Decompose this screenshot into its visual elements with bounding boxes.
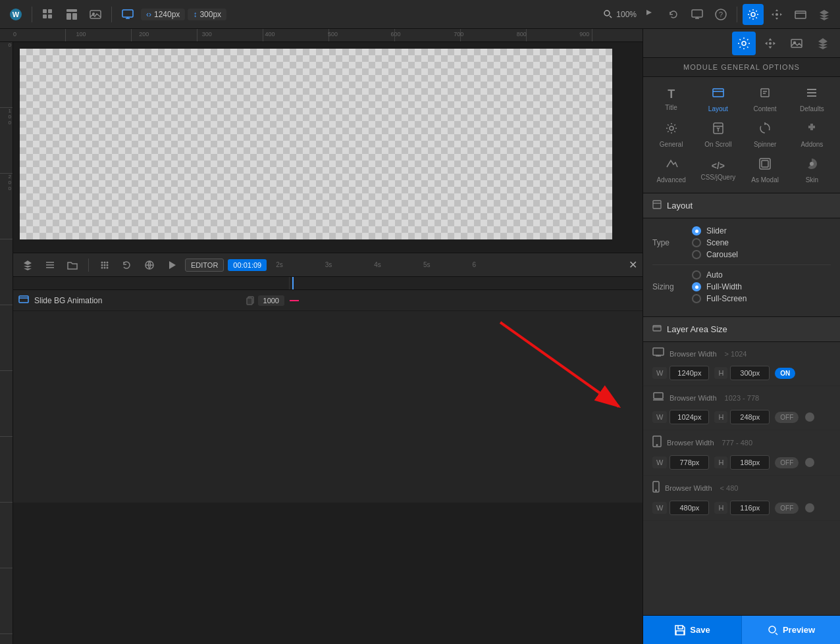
vertical-ruler: 0 100 200: [0, 42, 13, 644]
grid-dots-btn[interactable]: [95, 256, 114, 274]
canvas[interactable]: [13, 42, 643, 253]
option-asmodal[interactable]: As Modal: [743, 153, 788, 187]
option-general[interactable]: General: [648, 118, 694, 152]
h-label: H: [714, 367, 727, 379]
option-advanced[interactable]: Advanced: [648, 153, 694, 187]
refresh-btn[interactable]: [118, 256, 136, 274]
timeline-close-btn[interactable]: ✕: [629, 259, 637, 271]
panel-title: MODULE GENERAL OPTIONS: [643, 58, 840, 77]
option-title[interactable]: T Title: [648, 82, 694, 116]
option-addons[interactable]: Addons: [789, 118, 835, 152]
h-label-3: H: [714, 457, 727, 468]
track-timeline-area: [290, 290, 643, 311]
height-value: 300px: [199, 10, 221, 19]
svg-rect-20: [46, 264, 54, 266]
svg-rect-18: [795, 11, 806, 18]
type-row: Type Slider Scene Carousel: [652, 226, 831, 259]
layers-icon[interactable]: [814, 4, 835, 25]
bp-m-w[interactable]: 480px: [669, 501, 709, 515]
sizing-options: Auto Full-Width Full-Screen: [692, 270, 747, 303]
panel-layers-icon[interactable]: [811, 32, 835, 55]
fullscreen-radio-dot: [692, 294, 701, 303]
bp-ml-h-group: H 188px: [714, 455, 770, 470]
title-icon: T: [668, 87, 675, 101]
bp-desktop-w-group: W 1240px: [652, 366, 709, 380]
width-display[interactable]: ‹› 1240px: [141, 9, 185, 20]
bp-m-range: < 480: [720, 484, 739, 492]
svg-rect-48: [653, 201, 661, 209]
fullwidth-radio-dot: [692, 282, 701, 291]
sizing-fullwidth[interactable]: Full-Width: [692, 282, 747, 291]
bp-tablet-w[interactable]: 1024px: [669, 410, 709, 424]
grid-icon[interactable]: [38, 4, 59, 25]
panel-image-icon[interactable]: [785, 32, 808, 55]
save-button[interactable]: Save: [643, 616, 741, 644]
svg-point-24: [107, 261, 109, 263]
height-display[interactable]: ↕ 300px: [188, 9, 226, 20]
panel-move-icon[interactable]: [758, 32, 782, 55]
bp-tablet-toggle[interactable]: OFF: [775, 412, 799, 423]
flag-icon[interactable]: [639, 4, 660, 25]
separator-1: [32, 7, 32, 22]
option-skin[interactable]: Skin: [789, 153, 835, 187]
bp-ml-toggle[interactable]: OFF: [775, 457, 799, 468]
option-spinner[interactable]: Spinner: [743, 118, 788, 152]
media-icon[interactable]: [85, 4, 106, 25]
type-slider[interactable]: Slider: [692, 226, 738, 235]
list-btn[interactable]: [41, 256, 59, 274]
bottom-bar: Save Preview: [643, 615, 840, 644]
pink-marker: [290, 300, 299, 301]
wordpress-icon[interactable]: W: [5, 4, 26, 25]
sizing-fullscreen[interactable]: Full-Screen: [692, 294, 747, 303]
bp-ml-h[interactable]: 188px: [730, 455, 770, 470]
image-layout-icon[interactable]: [790, 4, 811, 25]
bp-ml-w[interactable]: 778px: [669, 455, 709, 470]
panel-settings-icon[interactable]: [732, 32, 756, 55]
layer-area-title: Layer Area Size: [667, 324, 727, 334]
help-icon[interactable]: ?: [710, 4, 731, 25]
bp-desktop-inputs: W 1240px H 300px ON: [652, 366, 831, 380]
svg-rect-21: [46, 267, 54, 268]
svg-rect-46: [762, 161, 768, 167]
type-scene[interactable]: Scene: [692, 238, 738, 247]
globe-btn[interactable]: [140, 256, 159, 274]
bp-desktop-toggle[interactable]: ON: [775, 368, 795, 379]
preview-button[interactable]: Preview: [741, 616, 840, 644]
svg-point-53: [656, 445, 658, 446]
bp-m-toggle[interactable]: OFF: [775, 503, 799, 514]
svg-point-26: [104, 264, 106, 266]
option-defaults[interactable]: Defaults: [789, 82, 835, 116]
bp-tablet-h[interactable]: 248px: [730, 410, 770, 424]
move-icon[interactable]: [766, 4, 787, 25]
play-btn[interactable]: [163, 256, 181, 274]
option-content[interactable]: Content: [743, 82, 788, 116]
layers-btn[interactable]: [18, 256, 37, 274]
breakpoint-tablet: Browser Width 1023 - 778 W 1024px H 248p…: [643, 386, 840, 430]
bp-desktop-title: Browser Width: [669, 350, 717, 358]
bp-desktop-w[interactable]: 1240px: [669, 366, 709, 380]
layout-section-content: Type Slider Scene Carousel: [643, 218, 840, 316]
type-carousel[interactable]: Carousel: [692, 250, 738, 259]
option-layout[interactable]: Layout: [695, 82, 741, 116]
sizing-auto[interactable]: Auto: [692, 270, 747, 280]
bp-tablet-h-group: H 248px: [714, 410, 770, 424]
monitor2-icon[interactable]: [687, 4, 708, 25]
option-onscroll[interactable]: On Scroll: [695, 118, 741, 152]
bp-ml-w-group: W 778px: [652, 455, 709, 470]
layout-icon[interactable]: [61, 4, 82, 25]
bp-desktop-h[interactable]: 300px: [730, 366, 770, 380]
settings-icon[interactable]: [743, 4, 764, 25]
svg-rect-8: [72, 13, 77, 20]
carousel-radio-dot: [692, 250, 701, 259]
svg-rect-13: [692, 10, 702, 17]
option-cssjquery[interactable]: </> CSS/jQuery: [695, 153, 741, 187]
undo-icon[interactable]: [663, 4, 684, 25]
folder-btn[interactable]: [63, 256, 82, 274]
desktop-icon: [652, 347, 664, 360]
time-display: 00:01:09: [228, 259, 267, 271]
bp-m-h[interactable]: 116px: [730, 501, 770, 515]
monitor-icon[interactable]: [117, 4, 138, 25]
scene-label: Scene: [706, 238, 729, 247]
toggle-indicator-ml: [805, 458, 814, 467]
svg-point-56: [769, 626, 775, 633]
